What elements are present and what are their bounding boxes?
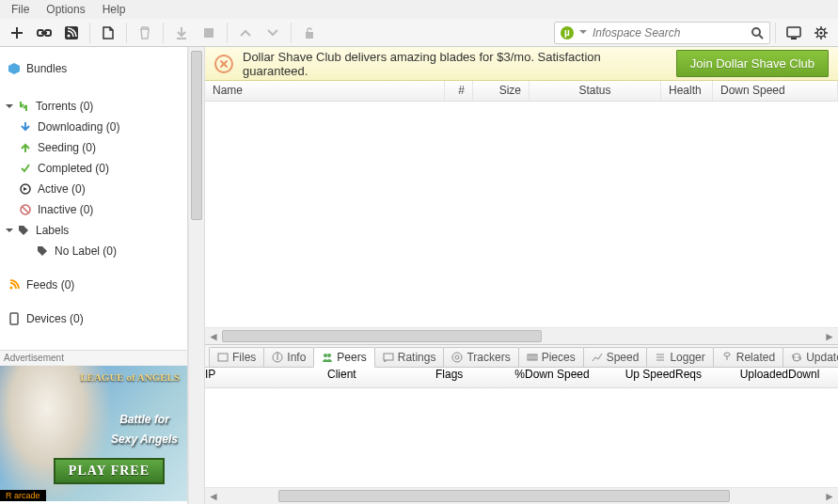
sidebar-bundles[interactable]: Bundles — [0, 55, 187, 83]
preferences-button[interactable] — [808, 21, 834, 45]
completed-icon — [19, 162, 32, 175]
svg-point-4 — [68, 34, 71, 37]
svg-rect-19 — [384, 354, 393, 360]
label: Active (0) — [38, 182, 86, 196]
scroll-right-icon[interactable]: ► — [821, 488, 838, 504]
label: Bundles — [26, 62, 67, 75]
col-num[interactable]: # — [445, 81, 473, 101]
col-downspeed[interactable]: Down Speed — [713, 81, 838, 101]
tab-ratings[interactable]: Ratings — [374, 347, 445, 367]
sidebar-completed[interactable]: Completed (0) — [0, 158, 187, 179]
sidebar-labels[interactable]: Labels — [0, 220, 187, 241]
tab-updates[interactable]: Updates — [783, 347, 838, 367]
caret-icon[interactable] — [6, 104, 13, 108]
add-rss-button[interactable] — [58, 21, 85, 45]
banner-button[interactable]: Join Dollar Shave Club — [676, 50, 829, 77]
ad-badge: R arcade — [0, 490, 46, 501]
remove-button[interactable] — [132, 21, 158, 45]
pcol-ip[interactable]: IP — [205, 368, 327, 387]
label: Torrents (0) — [36, 100, 93, 113]
ad-logo: LEAGUE of ANGELS — [80, 371, 180, 383]
label: Downloading (0) — [38, 120, 119, 134]
caret-icon[interactable] — [6, 228, 13, 232]
pcol-reqs[interactable]: Reqs — [675, 368, 718, 387]
toolbar: µ — [0, 19, 838, 47]
col-status[interactable]: Status — [530, 81, 661, 101]
stop-button[interactable] — [196, 21, 222, 45]
pcol-downl[interactable]: Downl — [788, 368, 838, 387]
label-icon — [36, 244, 49, 258]
sidebar-feeds[interactable]: Feeds (0) — [0, 275, 187, 295]
add-torrent-button[interactable] — [4, 21, 30, 45]
menubar: File Options Help — [0, 0, 838, 19]
torrent-list-body — [205, 102, 838, 327]
sidebar-nolabel[interactable]: No Label (0) — [0, 241, 187, 261]
scroll-left-icon[interactable]: ◄ — [205, 328, 222, 344]
svg-rect-8 — [787, 27, 800, 37]
ad-play-button[interactable]: PLAY FREE — [54, 458, 165, 484]
search-box[interactable]: µ — [554, 22, 770, 44]
remote-button[interactable] — [781, 21, 807, 45]
ad-image[interactable]: LEAGUE of ANGELS Battle forSexy Angels P… — [0, 366, 187, 501]
pcol-downspeed[interactable]: Down Speed — [525, 368, 605, 387]
svg-point-21 — [455, 355, 459, 359]
pcol-flags[interactable]: Flags — [435, 368, 482, 387]
col-size[interactable]: Size — [473, 81, 530, 101]
label: Devices (0) — [26, 312, 84, 325]
start-button[interactable] — [168, 21, 195, 45]
tab-related[interactable]: Related — [713, 347, 783, 367]
main: Bundles Torrents (0) Downloading (0) See… — [0, 47, 838, 504]
tab-info[interactable]: iInfo — [263, 347, 314, 367]
menu-help[interactable]: Help — [95, 1, 134, 18]
create-torrent-button[interactable] — [95, 21, 121, 45]
move-up-button[interactable] — [232, 21, 259, 45]
sidebar-torrents[interactable]: Torrents (0) — [0, 96, 187, 117]
sidebar-devices[interactable]: Devices (0) — [0, 308, 187, 329]
tree: Bundles Torrents (0) Downloading (0) See… — [0, 47, 187, 337]
tab-logger[interactable]: Logger — [646, 347, 713, 367]
inactive-icon — [19, 203, 32, 216]
peers-body — [205, 388, 838, 487]
sidebar-scrollbar[interactable] — [188, 47, 205, 504]
unlock-button[interactable] — [296, 21, 323, 45]
hscrollbar[interactable]: ◄ ► — [205, 327, 838, 344]
move-down-button[interactable] — [260, 21, 286, 45]
tab-files[interactable]: Files — [209, 347, 264, 367]
sidebar-seeding[interactable]: Seeding (0) — [0, 137, 187, 158]
pcol-upspeed[interactable]: Up Speed — [605, 368, 675, 387]
tab-peers[interactable]: Peers — [313, 347, 374, 368]
sidebar-inactive[interactable]: Inactive (0) — [0, 199, 187, 220]
scroll-left-icon[interactable]: ◄ — [205, 488, 222, 504]
tab-trackers[interactable]: Trackers — [443, 347, 518, 367]
svg-rect-6 — [306, 32, 313, 39]
seeding-icon — [19, 141, 32, 154]
col-health[interactable]: Health — [661, 81, 713, 101]
label: Labels — [36, 224, 69, 237]
sidebar: Bundles Torrents (0) Downloading (0) See… — [0, 47, 188, 504]
menu-options[interactable]: Options — [39, 1, 92, 18]
menu-file[interactable]: File — [4, 1, 37, 18]
tab-speed[interactable]: Speed — [583, 347, 648, 367]
detail-pane: Files iInfo Peers Ratings Trackers Piece… — [205, 344, 838, 504]
tab-pieces[interactable]: Pieces — [518, 347, 584, 367]
utorrent-icon: µ — [561, 26, 574, 39]
pcol-uploaded[interactable]: Uploaded — [718, 368, 788, 387]
bundles-icon — [8, 62, 21, 75]
device-icon — [8, 312, 21, 325]
ad-text: Battle forSexy Angels — [111, 407, 178, 447]
search-input[interactable] — [593, 26, 745, 39]
sidebar-active[interactable]: Active (0) — [0, 179, 187, 199]
add-url-button[interactable] — [31, 21, 57, 45]
scroll-right-icon[interactable]: ► — [821, 328, 838, 344]
torrent-list-header: Name # Size Status Health Down Speed — [205, 81, 838, 102]
ad-section: Advertisement LEAGUE of ANGELS Battle fo… — [0, 350, 187, 504]
ad-banner: Dollar Shave Club delivers amazing blade… — [205, 47, 838, 81]
detail-hscrollbar[interactable]: ◄ ► — [205, 487, 838, 504]
pcol-pct[interactable]: % — [482, 368, 525, 387]
search-icon[interactable] — [751, 26, 764, 39]
dropdown-icon[interactable] — [579, 30, 587, 35]
svg-point-20 — [452, 353, 462, 362]
sidebar-downloading[interactable]: Downloading (0) — [0, 117, 187, 137]
pcol-client[interactable]: Client — [327, 368, 435, 387]
col-name[interactable]: Name — [205, 81, 445, 101]
